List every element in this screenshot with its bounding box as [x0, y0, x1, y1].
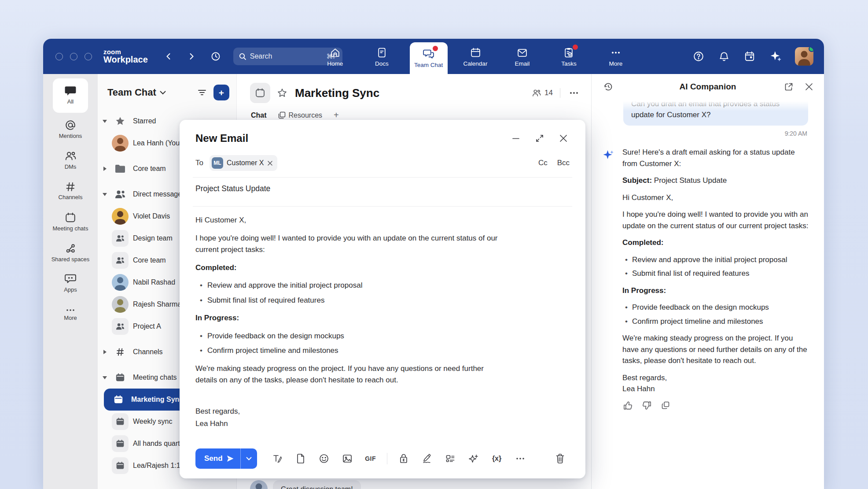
tab-home[interactable]: Home: [316, 40, 354, 74]
send-icon: [226, 455, 234, 463]
encrypt-icon[interactable]: [394, 450, 413, 467]
meeting-calendar-icon: [110, 395, 127, 404]
body-greeting: Hi Customer X,: [195, 215, 499, 226]
shared-spaces-icon: [65, 243, 76, 254]
caret-down-icon[interactable]: [102, 376, 107, 379]
back-icon[interactable]: [163, 51, 174, 62]
star-outline-icon[interactable]: [276, 86, 289, 100]
subject-label: Subject:: [622, 176, 652, 185]
email-body-editor[interactable]: Hi Customer X, I hope you're doing well!…: [195, 215, 499, 430]
bcc-button[interactable]: Bcc: [557, 159, 570, 167]
forward-icon[interactable]: [186, 51, 197, 62]
user-prompt-bubble: Can you draft an email that provides a s…: [623, 100, 808, 126]
user-avatar[interactable]: [795, 47, 813, 66]
more-dots-icon: [65, 307, 76, 313]
row-label: Weekly sync: [133, 418, 173, 426]
ai-companion-icon[interactable]: [768, 48, 784, 65]
traffic-light-minimize[interactable]: [70, 53, 77, 60]
filter-icon[interactable]: [196, 87, 208, 98]
caret-down-icon[interactable]: [102, 193, 107, 196]
rail-item-all[interactable]: All: [53, 78, 88, 113]
variables-icon[interactable]: {x}: [487, 450, 507, 467]
recipient-chip[interactable]: ML Customer X: [210, 155, 277, 171]
rail-meeting-chats-label: Meeting chats: [53, 225, 88, 232]
close-icon[interactable]: [557, 132, 570, 144]
rail-item-shared-spaces[interactable]: Shared spaces: [50, 239, 91, 267]
caret-down-icon[interactable]: [102, 120, 107, 123]
row-label: Design team: [133, 234, 173, 242]
template-icon[interactable]: [441, 450, 460, 467]
thumbs-down-icon[interactable]: [642, 401, 651, 410]
discard-trash-icon[interactable]: [550, 450, 570, 467]
chat-list-title[interactable]: Team Chat: [107, 87, 166, 98]
rail-item-mentions[interactable]: Mentions: [50, 115, 91, 144]
close-icon[interactable]: [803, 81, 815, 93]
row-label: Channels: [133, 348, 163, 356]
caret-right-icon[interactable]: [102, 167, 107, 171]
tab-email[interactable]: Email: [503, 40, 541, 74]
thumbs-up-icon[interactable]: [623, 401, 633, 410]
message-bubble: Great discussion team!: [273, 480, 361, 489]
send-label: Send: [204, 454, 223, 463]
expand-icon[interactable]: [533, 132, 546, 144]
traffic-light-close[interactable]: [55, 53, 63, 60]
tab-chat[interactable]: Chat: [251, 111, 267, 119]
rail-item-meeting-chats[interactable]: Meeting chats: [50, 208, 91, 236]
rail-item-apps[interactable]: Apps: [50, 270, 91, 298]
ai-completed-list: Review and approve the initial project p…: [625, 254, 811, 279]
copy-icon[interactable]: [661, 401, 670, 410]
ai-response: Sure! Here's a draft email asking for a …: [622, 147, 811, 410]
row-label: Rajesh Sharma: [133, 300, 181, 308]
remove-recipient-icon[interactable]: [267, 160, 273, 166]
tab-docs[interactable]: Docs: [363, 40, 401, 74]
send-button[interactable]: Send: [195, 448, 240, 469]
rail-item-more[interactable]: More: [50, 300, 91, 329]
tab-calendar[interactable]: Calendar: [456, 40, 494, 74]
insert-image-icon[interactable]: [338, 450, 357, 467]
members-button[interactable]: 14: [532, 89, 553, 97]
row-label: Core team: [133, 165, 166, 173]
tab-team-chat[interactable]: Team Chat: [410, 42, 448, 74]
gif-icon[interactable]: GIF: [361, 450, 380, 467]
channel-more-icon[interactable]: [567, 90, 581, 96]
meeting-calendar-icon: [112, 457, 129, 474]
text-format-icon[interactable]: [268, 450, 287, 467]
attach-file-icon[interactable]: [291, 450, 310, 467]
open-in-new-icon[interactable]: [783, 81, 795, 93]
cc-button[interactable]: Cc: [538, 159, 548, 167]
ai-signature: Lea Hahn: [622, 383, 811, 395]
list-item: Confirm project timeline and milestones: [625, 316, 811, 327]
rail-item-channels[interactable]: Channels: [50, 177, 91, 205]
search-input[interactable]: [250, 52, 307, 60]
help-icon[interactable]: [691, 49, 706, 64]
tab-resources[interactable]: Resources: [278, 111, 322, 119]
rail-dms-label: DMs: [65, 163, 77, 170]
notifications-bell-icon[interactable]: [717, 49, 732, 64]
tab-docs-label: Docs: [375, 60, 389, 67]
rail-item-dms[interactable]: DMs: [50, 146, 91, 174]
caret-right-icon[interactable]: [102, 350, 107, 354]
to-label: To: [195, 159, 203, 167]
calendar-widget-icon[interactable]: [742, 49, 757, 64]
row-label: Marketing Sync: [131, 396, 183, 404]
tab-tasks[interactable]: Tasks: [550, 40, 588, 74]
row-label: Nabil Rashad: [133, 278, 175, 286]
add-tab-button[interactable]: +: [334, 110, 339, 120]
signature-icon[interactable]: [417, 450, 437, 467]
ai-companion-panel: AI Companion Can you draft an email that…: [591, 74, 824, 489]
ai-compose-icon[interactable]: [464, 450, 483, 467]
new-chat-button[interactable]: +: [213, 85, 229, 100]
avatar: [112, 296, 129, 313]
minimize-icon[interactable]: [510, 132, 522, 144]
emoji-icon[interactable]: [314, 450, 334, 467]
list-item: Confirm project timeline and milestones: [200, 345, 499, 357]
subject-field[interactable]: Project Status Update: [195, 178, 570, 200]
tab-more[interactable]: More: [597, 40, 635, 74]
send-options-chevron[interactable]: [240, 448, 257, 469]
traffic-light-zoom[interactable]: [85, 53, 92, 60]
history-icon[interactable]: [209, 49, 223, 63]
toolbar-more-icon[interactable]: [511, 450, 530, 467]
more-icon: [610, 47, 622, 58]
ai-history-icon[interactable]: [601, 80, 615, 94]
window-controls[interactable]: [55, 53, 92, 60]
